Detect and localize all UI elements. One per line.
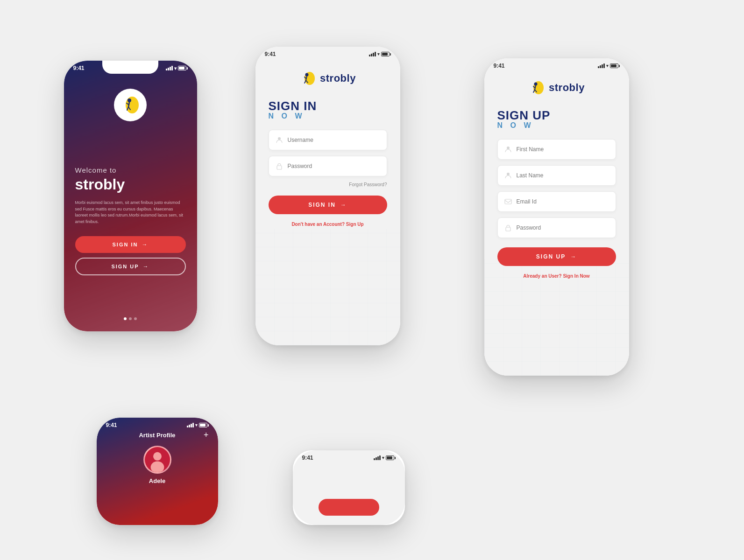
svg-point-0 <box>126 97 139 113</box>
status-bar: 9:41 ▾ <box>265 49 391 59</box>
strobly-walker-icon <box>120 95 141 115</box>
app-scene: 9:41 ▾ <box>45 23 699 537</box>
artist-name: Adele <box>149 477 165 484</box>
signup-label: SIGN UP <box>111 264 139 269</box>
status-icons: ▾ <box>598 63 620 68</box>
signup-screen: 9:41 ▾ <box>484 58 629 376</box>
wifi-icon: ▾ <box>195 423 198 427</box>
password-field[interactable] <box>269 156 387 176</box>
svg-point-15 <box>534 83 538 86</box>
signin-label: SIGN IN <box>113 242 138 247</box>
status-time: 9:41 <box>106 422 117 428</box>
signin-link-text[interactable]: Sign In Now <box>563 273 589 279</box>
signup-password-input[interactable] <box>517 224 609 231</box>
wifi-icon: ▾ <box>606 63 609 68</box>
signal-icon <box>374 455 381 460</box>
phone-artist: 9:41 ▾ Artist Profile + <box>97 418 218 525</box>
status-bar: 9:41 ▾ <box>494 61 620 70</box>
signup-link-text[interactable]: Sign Up <box>346 222 364 227</box>
phone-signin: 9:41 ▾ <box>255 47 400 345</box>
username-input[interactable] <box>288 137 380 143</box>
lastname-field[interactable] <box>497 165 616 186</box>
screen-title: SIGN UP N O W <box>497 109 616 130</box>
splash-logo <box>114 89 147 121</box>
signin-link: Already an User? Sign In Now <box>523 273 589 279</box>
welcome-text: Welcome to <box>75 166 186 174</box>
password-input[interactable] <box>288 163 380 169</box>
status-time: 9:41 <box>265 51 276 57</box>
signin-btn-label: SIGN IN <box>308 202 336 208</box>
svg-rect-22 <box>505 199 511 204</box>
signin-screen: 9:41 ▾ <box>255 47 400 345</box>
battery-icon <box>386 455 396 460</box>
signup-content: strobly SIGN UP N O W <box>484 75 629 279</box>
phone-signup: 9:41 ▾ <box>484 58 629 376</box>
battery-icon <box>381 52 391 56</box>
logo-row: strobly <box>528 79 585 96</box>
firstname-field[interactable] <box>497 139 616 160</box>
partial-screen: 9:41 ▾ <box>293 450 405 525</box>
status-bar: 9:41 ▾ <box>106 420 209 430</box>
signin-button[interactable]: SIGN IN <box>269 196 387 214</box>
artist-avatar-image <box>145 446 170 474</box>
status-time: 9:41 <box>302 455 313 461</box>
wifi-icon: ▾ <box>174 66 177 71</box>
logo-text: strobly <box>549 82 585 94</box>
status-icons: ▾ <box>374 455 396 460</box>
forgot-password-link[interactable]: Forgot Password? <box>349 182 387 187</box>
signin-title-main: SIGN IN <box>269 100 387 112</box>
phone-partial: 9:41 ▾ <box>293 450 405 525</box>
username-field[interactable] <box>269 130 387 150</box>
signal-icon <box>598 63 605 68</box>
signup-password-field[interactable] <box>497 217 616 238</box>
arrow-right-icon <box>142 241 148 248</box>
page-indicator <box>124 317 137 320</box>
lock-icon <box>504 224 512 231</box>
dot-3 <box>134 317 137 320</box>
svg-rect-23 <box>506 227 510 231</box>
artist-header: Artist Profile + <box>97 432 218 439</box>
splash-description: Morbi euismod lacus sem, sit amet finibu… <box>75 200 186 225</box>
email-field[interactable] <box>497 191 616 212</box>
wifi-icon: ▾ <box>382 455 384 460</box>
svg-point-12 <box>278 137 281 140</box>
artist-profile-title: Artist Profile <box>139 432 175 439</box>
email-icon <box>504 198 512 205</box>
battery-icon <box>610 63 620 68</box>
welcome-signup-button[interactable]: SIGN UP <box>75 258 186 275</box>
signal-icon <box>187 423 194 427</box>
arrow-right-icon <box>570 253 577 260</box>
app-name: strobly <box>75 176 186 193</box>
signal-icon <box>369 52 376 56</box>
svg-point-21 <box>507 173 510 175</box>
svg-point-7 <box>305 73 309 77</box>
user-icon <box>504 146 512 153</box>
signup-link: Don't have an Account? Sign Up <box>291 222 363 227</box>
lock-icon <box>276 162 283 170</box>
status-icons: ▾ <box>166 66 188 71</box>
logo-text: strobly <box>320 72 356 84</box>
splash-buttons: SIGN IN SIGN UP <box>75 236 186 275</box>
status-time: 9:41 <box>73 65 85 71</box>
svg-point-25 <box>153 452 162 461</box>
strobly-logo-icon <box>528 79 545 96</box>
arrow-right-icon <box>340 202 347 208</box>
status-bar: 9:41 ▾ <box>73 63 188 73</box>
signup-button[interactable]: SIGN UP <box>497 247 616 266</box>
firstname-input[interactable] <box>517 146 609 153</box>
signup-btn-label: SIGN UP <box>536 253 566 260</box>
bottom-text: Don't have an Account? <box>291 222 345 227</box>
welcome-signin-button[interactable]: SIGN IN <box>75 236 186 253</box>
battery-icon <box>199 423 209 427</box>
add-icon[interactable]: + <box>204 430 209 440</box>
svg-point-26 <box>150 462 164 473</box>
signin-content: strobly SIGN IN N O W <box>255 65 400 227</box>
phone-welcome: 9:41 ▾ <box>64 61 197 331</box>
lastname-input[interactable] <box>517 172 609 179</box>
arrow-right-icon <box>143 263 149 270</box>
user-icon <box>504 172 512 179</box>
battery-icon <box>178 66 188 70</box>
partial-button[interactable] <box>319 499 379 516</box>
email-input[interactable] <box>517 198 609 205</box>
logo-row: strobly <box>299 70 356 87</box>
